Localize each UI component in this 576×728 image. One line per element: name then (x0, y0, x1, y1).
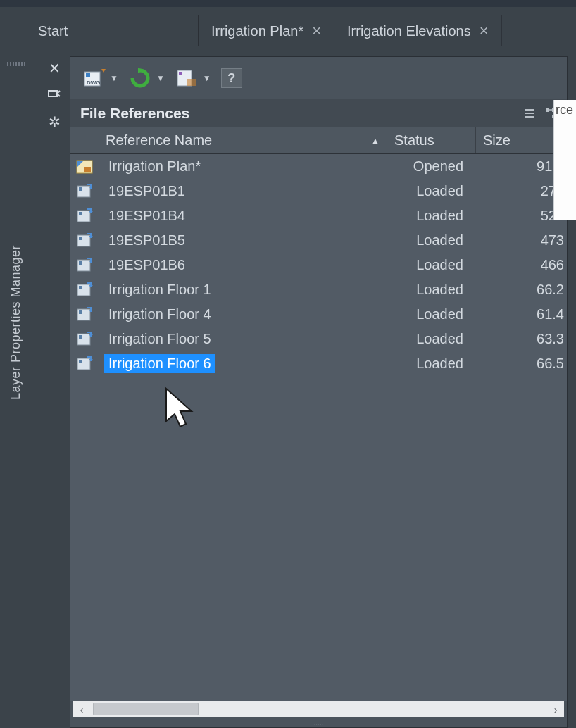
xref-type-icon (70, 282, 100, 299)
status-cell: Loaded (387, 257, 476, 273)
size-cell: 466 (476, 257, 567, 273)
chevron-down-icon: ▼ (107, 73, 121, 83)
status-cell: Loaded (387, 232, 476, 249)
xref-type-icon (70, 183, 100, 200)
section-title: File References (80, 105, 189, 122)
svg-rect-21 (79, 237, 82, 240)
table-row[interactable]: 19ESP01B6Loaded466 (70, 253, 567, 277)
xref-panel: DWG ▼ ▼ (70, 56, 568, 728)
svg-rect-18 (79, 212, 82, 215)
status-cell: Loaded (387, 282, 476, 298)
size-cell: 66.5 (476, 356, 567, 372)
size-cell: 473 (476, 232, 567, 249)
side-panel-title: Layer Properties Manager (8, 245, 23, 400)
svg-marker-3 (101, 69, 106, 73)
xref-type-icon (70, 208, 100, 225)
scroll-left-button[interactable]: ‹ (73, 701, 90, 717)
table-row[interactable]: Irrigation Floor 6Loaded66.5 (70, 351, 567, 376)
status-cell: Opened (387, 158, 476, 175)
table-row[interactable]: Irrigation Floor 4Loaded61.4 (70, 302, 567, 327)
tab-label: Irrigation Elevations (347, 23, 471, 39)
tab-irrigation-elevations[interactable]: Irrigation Elevations × (334, 15, 502, 46)
status-cell: Loaded (387, 306, 476, 322)
sort-asc-icon: ▲ (371, 136, 380, 146)
svg-rect-36 (79, 360, 82, 363)
column-reference-name[interactable]: Reference Name ▲ (100, 127, 387, 153)
reference-name-cell[interactable]: Irrigation Floor 4 (100, 305, 387, 324)
reference-name-cell[interactable]: 19ESP01B1 (100, 182, 387, 201)
close-icon[interactable]: × (480, 23, 489, 39)
svg-text:DWG: DWG (87, 80, 101, 86)
xref-type-icon (70, 158, 100, 175)
status-cell: Loaded (387, 356, 476, 372)
svg-rect-27 (79, 286, 82, 289)
change-path-button[interactable]: ▼ (173, 65, 215, 92)
svg-rect-1 (86, 73, 90, 77)
status-cell: Loaded (387, 331, 476, 347)
table-row[interactable]: Irrigation Floor 1Loaded66.2 (70, 277, 567, 302)
xref-type-icon (70, 232, 100, 249)
xref-type-icon (70, 257, 100, 274)
ribbon-strip (0, 0, 576, 7)
table-row[interactable]: Irrigation Plan*Opened91.4 (70, 154, 567, 179)
svg-rect-24 (79, 261, 82, 265)
xref-type-icon (70, 306, 100, 323)
column-icon[interactable] (70, 127, 100, 153)
tab-label: Start (38, 23, 68, 39)
reference-name-cell[interactable]: 19ESP01B6 (100, 256, 387, 275)
svg-rect-13 (84, 167, 91, 172)
settings-icon[interactable]: ✲ (46, 114, 62, 130)
reference-name-cell[interactable]: 19ESP01B4 (100, 206, 387, 225)
size-cell: 66.2 (476, 282, 567, 298)
svg-rect-33 (79, 335, 82, 339)
tab-irrigation-plan[interactable]: Irrigation Plan* × (199, 15, 334, 46)
svg-rect-6 (179, 72, 182, 75)
palette-controls: ✕ ✲ (39, 56, 70, 728)
help-button[interactable]: ? (220, 67, 244, 89)
file-references-header: File References (70, 99, 567, 127)
help-icon: ? (221, 68, 242, 88)
table-row[interactable]: 19ESP01B1Loaded277 (70, 179, 567, 203)
size-cell: 63.3 (476, 331, 567, 347)
grip-icon[interactable] (7, 62, 25, 66)
xref-toolbar: DWG ▼ ▼ (70, 57, 567, 99)
close-icon[interactable]: × (312, 23, 321, 39)
layer-manager-titlebar: Layer Properties Manager (0, 46, 32, 728)
scroll-right-button[interactable]: › (547, 701, 564, 717)
svg-rect-15 (79, 187, 82, 191)
document-tabs: Start Irrigation Plan* × Irrigation Elev… (0, 7, 576, 46)
table-row[interactable]: Irrigation Floor 5Loaded63.3 (70, 327, 567, 351)
scroll-thumb[interactable] (93, 703, 199, 715)
chevron-down-icon: ▼ (154, 73, 168, 83)
table-header: Reference Name ▲ Status Size (70, 127, 567, 154)
reference-name-cell[interactable]: Irrigation Floor 1 (100, 280, 387, 299)
references-table: Reference Name ▲ Status Size Irrigation … (70, 127, 567, 701)
size-cell: 61.4 (476, 306, 567, 322)
xref-type-icon (70, 331, 100, 348)
xref-type-icon (70, 356, 100, 372)
svg-rect-30 (79, 310, 82, 314)
svg-rect-8 (546, 108, 549, 112)
reference-name-cell[interactable]: 19ESP01B5 (100, 231, 387, 250)
table-row[interactable]: 19ESP01B5Loaded473 (70, 228, 567, 253)
chevron-down-icon: ▼ (200, 73, 214, 83)
refresh-button[interactable]: ▼ (127, 65, 169, 92)
scroll-track[interactable] (90, 701, 547, 717)
status-cell: Loaded (387, 208, 476, 224)
column-status[interactable]: Status (387, 127, 476, 153)
status-cell: Loaded (387, 183, 476, 199)
attach-dwg-button[interactable]: DWG ▼ (80, 65, 123, 92)
auto-hide-icon[interactable] (46, 87, 62, 103)
tab-start[interactable]: Start (25, 15, 199, 46)
list-view-icon[interactable] (523, 107, 536, 120)
reference-name-cell[interactable]: Irrigation Floor 5 (100, 330, 387, 349)
table-row[interactable]: 19ESP01B4Loaded522 (70, 203, 567, 228)
reference-name-cell[interactable]: Irrigation Floor 6 (100, 354, 387, 373)
horizontal-scrollbar[interactable]: ‹ › (73, 701, 564, 717)
svg-rect-7 (187, 79, 196, 86)
tab-label: Irrigation Plan* (211, 23, 303, 39)
reference-name-cell[interactable]: Irrigation Plan* (100, 157, 387, 176)
splitter-grip[interactable]: ····· (70, 720, 567, 727)
right-panel-sliver: rce (553, 100, 576, 220)
close-palette-icon[interactable]: ✕ (46, 61, 62, 76)
